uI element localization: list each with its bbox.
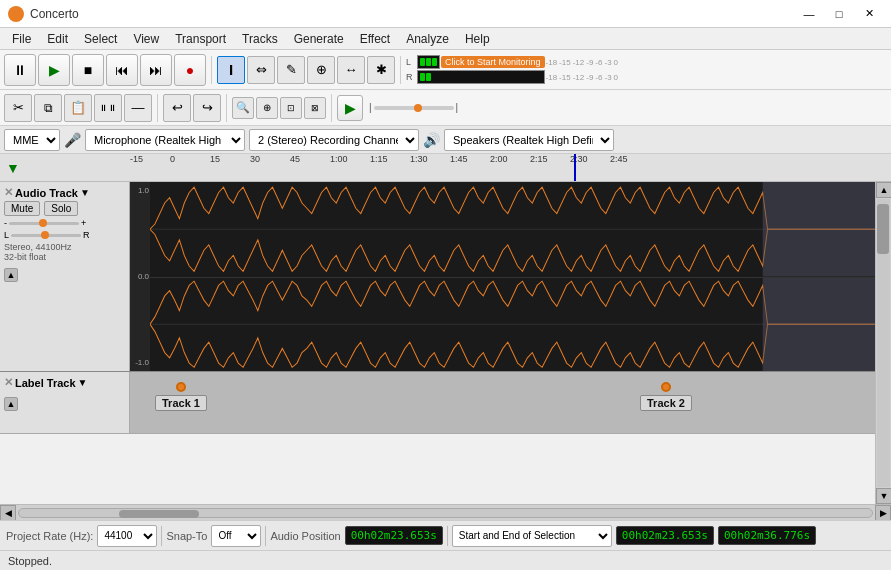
monitor-button[interactable]: Click to Start Monitoring — [441, 56, 545, 68]
mute-button[interactable]: Mute — [4, 201, 40, 216]
selection-mode-select[interactable]: Start and End of Selection — [452, 525, 612, 547]
timeshift-tool-button[interactable]: ↔ — [337, 56, 365, 84]
channels-select[interactable]: 2 (Stereo) Recording Channels — [249, 129, 419, 151]
menu-select[interactable]: Select — [76, 30, 125, 48]
pan-thumb[interactable] — [41, 231, 49, 239]
audio-waveform[interactable]: 1.0 0.0 -1.0 — [130, 182, 875, 371]
ruler-tick-115: 1:15 — [370, 154, 388, 164]
maximize-button[interactable]: □ — [825, 4, 853, 24]
speaker-select[interactable]: Speakers (Realtek High Definiti — [444, 129, 614, 151]
record-button[interactable]: ● — [174, 54, 206, 86]
gain-thumb[interactable] — [39, 219, 47, 227]
menu-help[interactable]: Help — [457, 30, 498, 48]
zoom-out-button[interactable]: 🔍 — [232, 97, 254, 119]
hscroll-track — [18, 508, 873, 518]
audio-track-name: Audio Track — [15, 187, 78, 199]
driver-select[interactable]: MME — [4, 129, 60, 151]
label-marker-2[interactable]: Track 2 — [640, 382, 692, 411]
label-collapse-button[interactable]: ▲ — [4, 397, 18, 411]
hscroll-thumb[interactable] — [119, 510, 199, 518]
app-icon — [8, 6, 24, 22]
waveform-top-svg — [150, 182, 875, 277]
label-track-row: ✕ Label Track ▼ ▲ Track 1 — [0, 372, 875, 434]
vscroll-thumb[interactable] — [877, 204, 889, 254]
ruler-tick-15: 15 — [210, 154, 220, 164]
scale-label-mid: 0.0 — [131, 272, 149, 281]
audio-position-label: Audio Position — [270, 530, 340, 542]
play-button[interactable]: ▶ — [38, 54, 70, 86]
zoom-tool-button[interactable]: ⊕ — [307, 56, 335, 84]
audio-track-close[interactable]: ✕ — [4, 186, 13, 199]
label-track-close[interactable]: ✕ — [4, 376, 13, 389]
window-controls: — □ ✕ — [795, 4, 883, 24]
menu-effect[interactable]: Effect — [352, 30, 398, 48]
hscroll-left-button[interactable]: ◀ — [0, 505, 16, 521]
scale-label-top: 1.0 — [131, 186, 149, 195]
zoom-fit-selection-button[interactable]: ⊠ — [304, 97, 326, 119]
paste-button[interactable]: 📋 — [64, 94, 92, 122]
toolbar-separator-3 — [157, 94, 158, 122]
ruler-tick-30: 30 — [250, 154, 260, 164]
envelope-tool-button[interactable]: ⇔ — [247, 56, 275, 84]
label-area[interactable]: Track 1 Track 2 — [130, 372, 875, 433]
skip-back-button[interactable]: ⏮ — [106, 54, 138, 86]
microphone-select[interactable]: Microphone (Realtek High Defini — [85, 129, 245, 151]
playback-play-button[interactable]: ▶ — [337, 95, 363, 121]
redo-button[interactable]: ↪ — [193, 94, 221, 122]
loop-slider-thumb[interactable] — [414, 104, 422, 112]
cut-button[interactable]: ✂ — [4, 94, 32, 122]
label-text-2: Track 2 — [640, 395, 692, 411]
close-button[interactable]: ✕ — [855, 4, 883, 24]
vscroll-down-button[interactable]: ▼ — [876, 488, 891, 504]
menu-bar: File Edit Select View Transport Tracks G… — [0, 28, 891, 50]
toolbar-separator-2 — [400, 56, 401, 84]
label-marker-1[interactable]: Track 1 — [155, 382, 207, 411]
menu-view[interactable]: View — [125, 30, 167, 48]
label-dot-2 — [661, 382, 671, 392]
copy-button[interactable]: ⧉ — [34, 94, 62, 122]
timeline-ruler[interactable]: ▼ -15 0 15 30 45 1:00 1:15 1:30 1:45 2:0… — [0, 154, 891, 182]
undo-button[interactable]: ↩ — [163, 94, 191, 122]
toolbar-separator-4 — [226, 94, 227, 122]
label-dot-1 — [176, 382, 186, 392]
zoom-in-button[interactable]: ⊕ — [256, 97, 278, 119]
svg-rect-2 — [763, 182, 875, 277]
minimize-button[interactable]: — — [795, 4, 823, 24]
vscroll-track — [877, 199, 890, 487]
pan-slider[interactable] — [11, 234, 81, 237]
edit-toolbar: ✂ ⧉ 📋 ⏸⏸ — ↩ ↪ 🔍 ⊕ ⊡ ⊠ ▶ | | — [0, 90, 891, 126]
project-rate-select[interactable]: 44100 — [97, 525, 157, 547]
hscroll-right-button[interactable]: ▶ — [875, 505, 891, 521]
silence-button[interactable]: — — [124, 94, 152, 122]
menu-edit[interactable]: Edit — [39, 30, 76, 48]
menu-file[interactable]: File — [4, 30, 39, 48]
select-tool-button[interactable]: I — [217, 56, 245, 84]
solo-button[interactable]: Solo — [44, 201, 78, 216]
collapse-button[interactable]: ▲ — [4, 268, 18, 282]
label-track-dropdown[interactable]: ▼ — [78, 377, 88, 388]
pause-button[interactable]: ⏸ — [4, 54, 36, 86]
ruler-tick-130: 1:30 — [410, 154, 428, 164]
multi-tool-button[interactable]: ✱ — [367, 56, 395, 84]
time-display-start[interactable]: 00h02m23.653s — [616, 526, 714, 545]
gain-slider[interactable] — [9, 222, 79, 225]
menu-tracks[interactable]: Tracks — [234, 30, 286, 48]
trim-button[interactable]: ⏸⏸ — [94, 94, 122, 122]
skip-forward-button[interactable]: ⏭ — [140, 54, 172, 86]
device-bar: MME 🎤 Microphone (Realtek High Defini 2 … — [0, 126, 891, 154]
audio-track-dropdown[interactable]: ▼ — [80, 187, 90, 198]
zoom-fit-project-button[interactable]: ⊡ — [280, 97, 302, 119]
snap-to-select[interactable]: Off — [211, 525, 261, 547]
vu-meter-top — [417, 55, 440, 69]
stop-button[interactable]: ■ — [72, 54, 104, 86]
time-display-end[interactable]: 00h02m36.776s — [718, 526, 816, 545]
time-display-position[interactable]: 00h02m23.653s — [345, 526, 443, 545]
toolbar-separator-5 — [331, 94, 332, 122]
menu-analyze[interactable]: Analyze — [398, 30, 457, 48]
pan-l-label: L — [4, 230, 9, 240]
speaker-icon: 🔊 — [423, 132, 440, 148]
vscroll-up-button[interactable]: ▲ — [876, 182, 891, 198]
menu-generate[interactable]: Generate — [286, 30, 352, 48]
draw-tool-button[interactable]: ✎ — [277, 56, 305, 84]
menu-transport[interactable]: Transport — [167, 30, 234, 48]
